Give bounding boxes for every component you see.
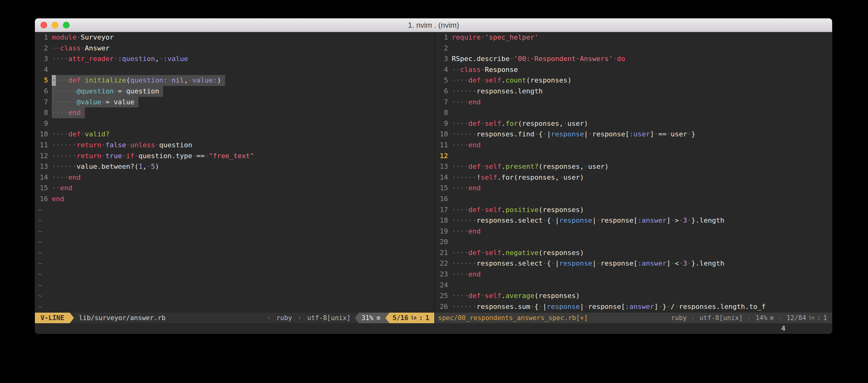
- empty-buffer-line: ~: [35, 302, 434, 312]
- line-text: ····def·self.for(responses,·user): [452, 118, 588, 129]
- command-line[interactable]: 4: [35, 323, 832, 334]
- filetype-right: ruby: [671, 314, 687, 322]
- code-line[interactable]: 3····attr_reader·:question,·:value: [35, 54, 434, 65]
- code-line[interactable]: 10······responses.find·{·|response|·resp…: [435, 129, 832, 140]
- block-cursor: ·: [52, 75, 56, 86]
- code-line[interactable]: 23····end: [435, 269, 832, 280]
- titlebar[interactable]: 1. nvim . (nvim): [35, 19, 832, 32]
- code-line[interactable]: 11······return·false·unless·question: [35, 140, 434, 151]
- code-line[interactable]: 5····def·self.count(responses): [435, 75, 832, 86]
- visual-selection: ······@value·=·value: [52, 97, 138, 108]
- line-number: 2: [435, 43, 452, 54]
- statusline-left: V-LINE lib/surveyor/answer.rb ‹ ruby ‹ u…: [35, 313, 434, 323]
- minimize-button[interactable]: [52, 22, 58, 28]
- line-number: 26: [435, 302, 452, 312]
- line-number: 15: [435, 183, 452, 194]
- code-line[interactable]: 16: [435, 194, 832, 205]
- code-line[interactable]: 2··class·Answer: [35, 43, 434, 54]
- line-number: 16: [435, 194, 452, 205]
- line-tokens: ······responses.select·{·|response|·resp…: [452, 259, 724, 267]
- code-line[interactable]: 5····def·initialize(question:·nil,·value…: [35, 75, 434, 86]
- code-line[interactable]: 12······return·true·if·question.type·==·…: [35, 151, 434, 162]
- window-title: 1. nvim . (nvim): [408, 21, 459, 30]
- code-line[interactable]: 20: [435, 237, 832, 248]
- tilde-marker: ~: [35, 215, 52, 226]
- code-line[interactable]: 8····end: [35, 107, 434, 118]
- line-number: 1: [435, 32, 452, 43]
- code-line[interactable]: 6······@question·=·question: [35, 86, 434, 97]
- filetype-left: ruby: [272, 313, 297, 323]
- code-line[interactable]: 9····def·self.for(responses,·user): [435, 118, 832, 129]
- code-line[interactable]: 13····def·self.present?(responses,·user): [435, 161, 832, 172]
- code-line[interactable]: 18······responses.select·{·|response|·re…: [435, 215, 832, 226]
- code-line[interactable]: 3RSpec.describe·'00:·Respondent·Answers'…: [435, 54, 832, 65]
- zoom-button[interactable]: [63, 22, 69, 28]
- line-number: 12: [35, 151, 52, 162]
- line-text: ······responses.select·{·|response|·resp…: [452, 258, 724, 269]
- code-line[interactable]: 15··end: [35, 183, 434, 194]
- code-line[interactable]: 4: [35, 65, 434, 75]
- line-tokens: ····def·self.count(responses): [452, 76, 571, 84]
- code-line[interactable]: 10····def·valid?: [35, 129, 434, 140]
- tilde-marker: ~: [35, 302, 52, 312]
- empty-buffer-line: ~: [35, 205, 434, 215]
- code-line[interactable]: 22······responses.select·{·|response|·re…: [435, 258, 832, 269]
- line-tokens: ······value.between?(1,·5): [52, 163, 159, 170]
- separator-triangle: [385, 313, 390, 323]
- line-position: 5/16: [393, 314, 408, 322]
- line-number: 4: [35, 65, 52, 75]
- pane-left-buffer[interactable]: 1module·Surveyor2··class·Answer3····attr…: [35, 32, 434, 313]
- line-tokens: ······!self.for(responses,·user): [452, 173, 584, 181]
- line-tokens: ······responses.sum·{·|response|·respons…: [452, 303, 766, 310]
- close-button[interactable]: [40, 22, 47, 28]
- line-number-icon: ln: [411, 315, 416, 321]
- thin-separator: ‹: [297, 313, 303, 323]
- empty-buffer-line: ~: [35, 237, 434, 248]
- code-line[interactable]: 4··class·Response: [435, 65, 832, 75]
- line-text: ··class·Answer: [52, 43, 110, 54]
- code-line[interactable]: 16end: [35, 194, 434, 205]
- cursor-line-number: 12: [435, 151, 452, 162]
- line-tokens: ····def·self.for(responses,·user): [452, 119, 588, 127]
- code-line[interactable]: 6······responses.length: [435, 86, 832, 97]
- line-number: 25: [435, 290, 452, 302]
- statusline-right: spec/00_respondents_answers_spec.rb[+] r…: [435, 313, 832, 323]
- thin-separator: ‹: [265, 313, 272, 323]
- code-line[interactable]: 15····end: [435, 183, 832, 194]
- code-line[interactable]: 8: [435, 107, 832, 118]
- code-line[interactable]: 19····end: [435, 226, 832, 237]
- code-line[interactable]: 2: [435, 43, 832, 54]
- line-number: 7: [435, 97, 452, 108]
- code-line[interactable]: 1require·'spec_helper': [435, 32, 832, 43]
- line-tokens: ······responses.select·{·|response|·resp…: [452, 216, 724, 224]
- code-line[interactable]: 24: [435, 280, 832, 291]
- code-line[interactable]: 11····end: [435, 140, 832, 151]
- line-text: ······@value·=·value: [52, 97, 138, 108]
- line-number: 23: [435, 269, 452, 280]
- line-tokens: ····end: [452, 270, 481, 278]
- code-line[interactable]: 25····def·self.average(responses): [435, 290, 832, 302]
- tilde-marker: ~: [35, 248, 52, 258]
- code-line[interactable]: 12: [435, 151, 832, 162]
- line-tokens: ··class·Answer: [52, 44, 110, 52]
- code-line[interactable]: 14····end: [35, 172, 434, 183]
- pane-right-buffer[interactable]: 1require·'spec_helper'23RSpec.describe·'…: [435, 32, 832, 313]
- line-tokens: module·Surveyor: [52, 33, 114, 41]
- code-line[interactable]: 9: [35, 118, 434, 129]
- line-number: 17: [435, 205, 452, 215]
- line-number: 3: [35, 54, 52, 65]
- line-tokens: require·'spec_helper': [452, 33, 538, 41]
- code-line[interactable]: 7····end: [435, 97, 832, 108]
- code-line[interactable]: 14······!self.for(responses,·user): [435, 172, 832, 183]
- code-line[interactable]: 17····def·self.positive(responses): [435, 205, 832, 215]
- code-line[interactable]: 13······value.between?(1,·5): [35, 161, 434, 172]
- line-text: ····end: [452, 97, 481, 108]
- line-number: 14: [435, 172, 452, 183]
- line-position: 12/84: [786, 314, 806, 322]
- code-line[interactable]: 7······@value·=·value: [35, 97, 434, 108]
- code-line[interactable]: 1module·Surveyor: [35, 32, 434, 43]
- code-line[interactable]: 26······responses.sum·{·|response|·respo…: [435, 302, 832, 312]
- line-text: ····def·self.present?(responses,·user): [452, 161, 609, 172]
- code-line[interactable]: 21····def·self.negative(responses): [435, 248, 832, 258]
- line-number: 19: [435, 226, 452, 237]
